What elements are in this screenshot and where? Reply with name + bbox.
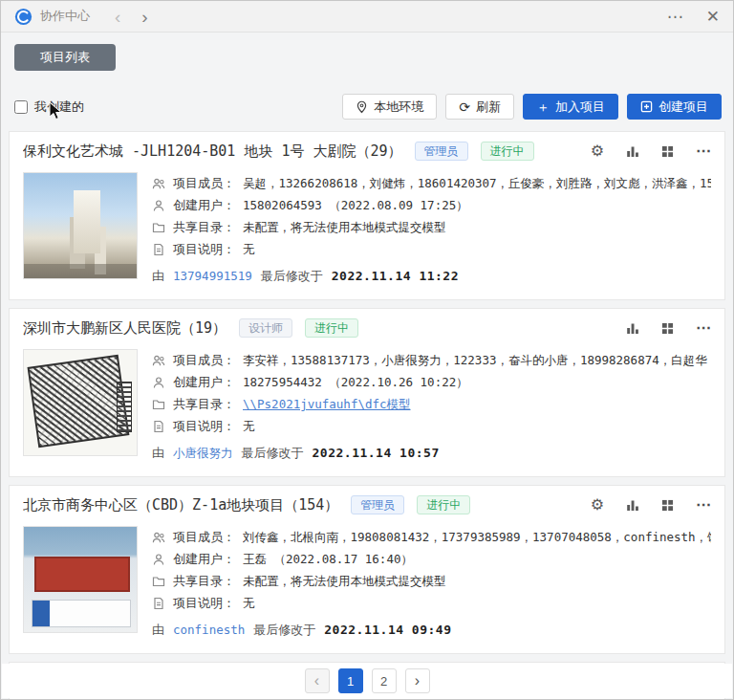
creator-line: 创建用户： 18275954432 （2022.10.26 10:22） bbox=[152, 373, 711, 392]
description-file-icon bbox=[152, 597, 165, 610]
list-toolbar: 我创建的 本地环境 ⟳ 刷新 ＋ 加入项目 创建项目 bbox=[1, 75, 733, 131]
card-body: 项目成员： 刘传鑫，北根向南，19808081432，17379385989，1… bbox=[10, 522, 724, 653]
more-options-icon[interactable]: ⋯ bbox=[696, 320, 711, 336]
more-options-icon[interactable]: ⋯ bbox=[696, 497, 711, 513]
join-project-button[interactable]: ＋ 加入项目 bbox=[523, 94, 618, 120]
project-thumbnail[interactable] bbox=[23, 349, 138, 456]
statistics-chart-icon[interactable] bbox=[626, 144, 639, 158]
window-close-button[interactable]: ✕ bbox=[706, 9, 720, 25]
status-badge: 进行中 bbox=[481, 142, 534, 161]
create-project-icon bbox=[640, 100, 653, 113]
card-body: 项目成员： 吴超，13266208618，刘健炜，18601420307，丘俊豪… bbox=[10, 168, 724, 299]
plus-icon: ＋ bbox=[536, 100, 550, 114]
tab-bar: 项目列表 bbox=[1, 33, 733, 75]
card-body: 项目成员： 李安祥，13588137173，小唐很努力，122333，奋斗的小唐… bbox=[10, 345, 724, 476]
role-badge: 管理员 bbox=[351, 495, 404, 514]
refresh-button[interactable]: ⟳ 刷新 bbox=[445, 94, 514, 120]
create-project-button[interactable]: 创建项目 bbox=[627, 94, 722, 120]
role-badge: 设计师 bbox=[239, 318, 292, 338]
tab-project-list[interactable]: 项目列表 bbox=[14, 44, 116, 71]
members-label: 项目成员： bbox=[173, 351, 235, 370]
share-label: 共享目录： bbox=[173, 218, 235, 237]
by-label: 由 bbox=[152, 444, 164, 463]
refresh-label: 刷新 bbox=[476, 98, 501, 116]
status-badge: 进行中 bbox=[417, 495, 470, 514]
creator-label: 创建用户： bbox=[173, 196, 235, 215]
modified-by-user-link[interactable]: 13794991519 bbox=[173, 267, 252, 286]
members-value: 李安祥，13588137173，小唐很努力，122333，奋斗的小唐，18998… bbox=[243, 351, 711, 370]
window-menu-button[interactable]: ⋯ bbox=[667, 9, 683, 25]
toolbar-actions: 本地环境 ⟳ 刷新 ＋ 加入项目 创建项目 bbox=[342, 94, 722, 120]
description-value: 无 bbox=[243, 240, 255, 259]
grid-view-icon[interactable] bbox=[661, 145, 674, 158]
description-line: 项目说明： 无 bbox=[152, 240, 711, 259]
creator-line: 创建用户： 王磊 （2022.08.17 16:40） bbox=[152, 550, 711, 569]
status-badge: 进行中 bbox=[305, 318, 358, 338]
creator-label: 创建用户： bbox=[173, 550, 235, 569]
card-header: 北京市商务中心区（CBD）Z-1a地块项目（154） 管理员 进行中 ⚙ ⋯ bbox=[10, 486, 724, 522]
my-created-checkbox[interactable] bbox=[14, 100, 28, 114]
description-label: 项目说明： bbox=[173, 240, 235, 259]
description-file-icon bbox=[152, 243, 165, 256]
statistics-chart-icon[interactable] bbox=[626, 321, 639, 335]
prev-page-button[interactable]: ‹ bbox=[305, 668, 330, 693]
members-line: 项目成员： 吴超，13266208618，刘健炜，18601420307，丘俊豪… bbox=[152, 174, 711, 193]
project-thumbnail[interactable] bbox=[23, 526, 138, 633]
local-env-button[interactable]: 本地环境 bbox=[342, 94, 437, 120]
creator-line: 创建用户： 15802064593 （2022.08.09 17:25） bbox=[152, 196, 711, 215]
share-folder-icon bbox=[152, 398, 165, 411]
card-header: 保利文化艺术城 -JLH1204-B01 地块 1号 大剧院（29） 管理员 进… bbox=[10, 132, 724, 168]
project-details: 项目成员： 刘传鑫，北根向南，19808081432，17379385989，1… bbox=[152, 526, 711, 640]
last-modified-line: 由 小唐很努力 最后修改于 2022.11.14 10:57 bbox=[152, 444, 711, 463]
description-line: 项目说明： 无 bbox=[152, 417, 711, 436]
role-badge: 管理员 bbox=[415, 142, 468, 161]
location-pin-icon bbox=[356, 100, 368, 114]
creator-icon bbox=[152, 199, 165, 212]
share-label: 共享目录： bbox=[173, 395, 235, 414]
members-line: 项目成员： 李安祥，13588137173，小唐很努力，122333，奋斗的小唐… bbox=[152, 351, 711, 370]
statistics-chart-icon[interactable] bbox=[626, 498, 639, 512]
nav-forward-button[interactable]: › bbox=[141, 8, 147, 26]
modified-date: 2022.11.14 09:49 bbox=[324, 621, 451, 640]
grid-view-icon[interactable] bbox=[661, 499, 674, 512]
my-created-filter[interactable]: 我创建的 bbox=[14, 98, 84, 116]
grid-view-icon[interactable] bbox=[661, 322, 674, 335]
project-details: 项目成员： 李安祥，13588137173，小唐很努力，122333，奋斗的小唐… bbox=[152, 349, 711, 463]
page-button-2[interactable]: 2 bbox=[372, 668, 397, 693]
page-button-1[interactable]: 1 bbox=[338, 668, 363, 693]
titlebar: 协作中心 ‹ › ⋯ ✕ bbox=[1, 1, 733, 33]
by-label: 由 bbox=[152, 267, 164, 286]
project-card: 北京市商务中心区（CBD）Z-1a地块项目（154） 管理员 进行中 ⚙ ⋯ 项… bbox=[9, 485, 725, 654]
description-value: 无 bbox=[243, 594, 255, 613]
share-line: 共享目录： 未配置，将无法使用本地模式提交模型 bbox=[152, 572, 711, 591]
share-line: 共享目录： 未配置，将无法使用本地模式提交模型 bbox=[152, 218, 711, 237]
more-options-icon[interactable]: ⋯ bbox=[696, 143, 711, 159]
creator-icon bbox=[152, 553, 165, 566]
last-modified-label: 最后修改于 bbox=[261, 267, 323, 286]
modified-by-user-link[interactable]: confinesth bbox=[173, 621, 245, 640]
project-title: 北京市商务中心区（CBD）Z-1a地块项目（154） bbox=[23, 496, 338, 514]
description-label: 项目说明： bbox=[173, 594, 235, 613]
share-folder-icon bbox=[152, 221, 165, 234]
project-card: 深圳市大鹏新区人民医院（19） 设计师 进行中 ⋯ 项目成员： 李安祥，1358… bbox=[9, 308, 725, 477]
project-details: 项目成员： 吴超，13266208618，刘健炜，18601420307，丘俊豪… bbox=[152, 172, 711, 286]
members-line: 项目成员： 刘传鑫，北根向南，19808081432，17379385989，1… bbox=[152, 528, 711, 547]
description-line: 项目说明： 无 bbox=[152, 594, 711, 613]
modified-date: 2022.11.14 10:57 bbox=[313, 444, 440, 463]
next-page-button[interactable]: › bbox=[405, 668, 430, 693]
my-created-label: 我创建的 bbox=[34, 98, 84, 116]
project-card: 保利文化艺术城 -JLH1204-B01 地块 1号 大剧院（29） 管理员 进… bbox=[9, 131, 725, 300]
creator-value: 王磊 （2022.08.17 16:40） bbox=[243, 550, 413, 569]
project-thumbnail[interactable] bbox=[23, 172, 138, 279]
share-path-link[interactable]: \\Ps2021jvufauhf\dfc模型 bbox=[243, 395, 411, 414]
nav-back-button[interactable]: ‹ bbox=[115, 8, 120, 26]
modified-by-user-link[interactable]: 小唐很努力 bbox=[173, 444, 233, 463]
settings-gear-icon[interactable]: ⚙ bbox=[591, 497, 604, 513]
members-value: 刘传鑫，北根向南，19808081432，17379385989，1370704… bbox=[243, 528, 711, 547]
members-label: 项目成员： bbox=[173, 528, 235, 547]
members-icon bbox=[152, 177, 165, 190]
share-value: 未配置，将无法使用本地模式提交模型 bbox=[243, 218, 446, 237]
settings-gear-icon[interactable]: ⚙ bbox=[591, 143, 604, 159]
refresh-icon: ⟳ bbox=[459, 100, 470, 114]
share-line: 共享目录： \\Ps2021jvufauhf\dfc模型 bbox=[152, 395, 711, 414]
